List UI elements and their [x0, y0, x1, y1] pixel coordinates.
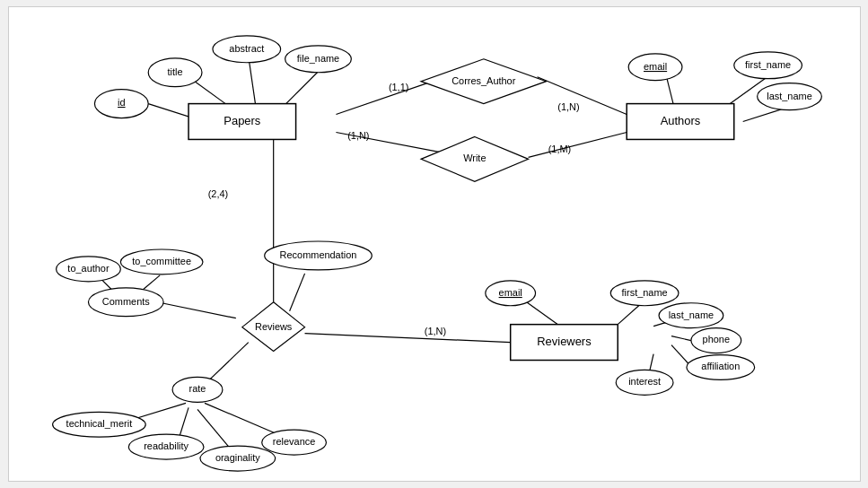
entity-authors-label: Authors [660, 114, 700, 127]
card-write-1m: (1,M) [548, 144, 571, 154]
attr-reviewers-firstname-label: first_name [621, 287, 667, 298]
svg-line-15 [142, 275, 160, 291]
svg-line-25 [671, 336, 691, 341]
attr-reviews-tocommittee-label: to_committee [132, 256, 191, 266]
attr-papers-title-label: title [167, 66, 182, 77]
svg-line-2 [249, 63, 255, 106]
attr-reviewers-affiliation-label: affiliation [701, 361, 740, 371]
svg-line-19 [197, 409, 229, 447]
svg-line-3 [282, 72, 318, 108]
svg-line-26 [671, 345, 689, 365]
svg-line-18 [180, 407, 189, 436]
attr-reviews-originality-label: oraginality [215, 452, 259, 463]
attr-reviews-rate-label: rate [189, 383, 206, 394]
svg-line-7 [528, 132, 627, 157]
attr-reviews-recommendation-label: Recommendation [279, 249, 356, 260]
attr-papers-id-label: id [118, 97, 126, 108]
card-write-1n: (1,N) [347, 130, 369, 141]
svg-line-21 [304, 334, 510, 343]
diagram-svg: Papers Authors Reviewers Corres_Author W… [9, 7, 860, 481]
attr-papers-filename-label: file_name [296, 53, 338, 64]
attr-reviews-relevance-label: relevance [272, 436, 314, 447]
card-reviews-24: (2,4) [207, 188, 227, 199]
rel-write-label: Write [463, 152, 486, 163]
entity-papers-label: Papers [224, 114, 260, 127]
attr-reviewers-phone-label: phone [702, 334, 729, 344]
card-reviews-1n: (1,N) [424, 326, 445, 336]
attr-papers-abstract-label: abstract [229, 43, 264, 54]
attr-authors-firstname-label: first_name [745, 59, 791, 70]
rel-corres-author-label: Corres_Author [452, 75, 515, 86]
attr-reviewers-lastname-label: last_name [668, 309, 713, 320]
svg-line-20 [204, 403, 277, 434]
entity-reviewers-label: Reviewers [537, 335, 591, 348]
svg-line-5 [537, 77, 627, 115]
attr-reviews-comments-label: Comments [101, 296, 149, 307]
svg-line-12 [289, 274, 304, 311]
attr-reviewers-email-label: email [498, 287, 522, 298]
rel-reviews-label: Reviews [255, 321, 293, 332]
svg-line-4 [336, 83, 430, 115]
card-corres-1n: (1,N) [557, 101, 579, 112]
attr-reviews-toauthor-label: to_author [67, 263, 110, 274]
attr-reviewers-interest-label: interest [628, 376, 661, 387]
attr-authors-email-label: email [643, 61, 666, 72]
attr-authors-lastname-label: last_name [767, 91, 811, 101]
svg-line-13 [157, 302, 236, 318]
attr-reviews-techmerit-label: technical_merit [66, 418, 132, 429]
attr-reviews-readability-label: readability [144, 440, 189, 451]
card-corres-11: (1,1) [388, 82, 408, 92]
er-diagram: Papers Authors Reviewers Corres_Author W… [8, 6, 861, 482]
